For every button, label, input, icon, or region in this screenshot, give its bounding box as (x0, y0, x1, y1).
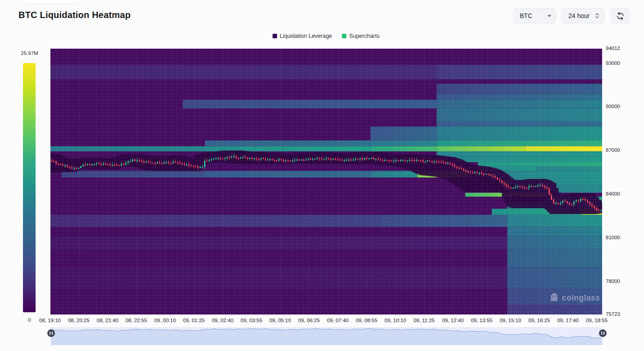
symbol-select-value: BTC (520, 12, 532, 19)
y-axis-label: 81000 (606, 235, 620, 240)
x-axis-label: 09, 07:40 (327, 318, 349, 323)
x-axis-label: 09, 12:40 (442, 318, 464, 323)
x-axis-label: 09, 16:25 (528, 318, 550, 323)
legend-swatch-purple (272, 34, 277, 38)
top-partial-pill (21, 0, 82, 4)
liquidation-heatmap-canvas[interactable] (50, 49, 602, 315)
x-axis-label: 09, 17:40 (557, 318, 579, 323)
pause-icon (52, 332, 53, 335)
x-axis-label: 08, 20:25 (68, 318, 90, 323)
x-axis-label: 09, 05:10 (269, 318, 291, 323)
x-axis-label: 09, 06:25 (298, 318, 320, 323)
x-axis-label: 09, 08:55 (356, 318, 377, 323)
x-axis-label: 09, 10:10 (385, 318, 406, 323)
color-scale (23, 63, 36, 312)
x-axis-label: 09, 00:10 (154, 318, 176, 323)
page-title: BTC Liquidation Heatmap (18, 10, 131, 20)
pause-icon (601, 332, 602, 335)
x-axis-label: 08, 19:10 (39, 318, 61, 323)
legend-swatch-green (342, 34, 346, 38)
navigator-handle-right[interactable] (599, 329, 607, 337)
navigator-area[interactable] (50, 327, 603, 345)
colorbar-max-label: 25.97M (13, 50, 46, 56)
liquidation-heatmap-page: BTC Liquidation Heatmap BTC 24 hour Liqu… (0, 0, 644, 351)
x-axis-label: 09, 11:25 (413, 318, 435, 323)
symbol-select[interactable]: BTC (513, 8, 556, 23)
period-select[interactable]: 24 hour (562, 8, 604, 23)
y-axis-label: 87000 (606, 147, 620, 153)
x-axis-label: 09, 18:55 (586, 318, 608, 323)
x-axis-label: 09, 03:55 (240, 318, 262, 323)
x-axis-label: 09, 01:25 (183, 318, 205, 323)
refresh-button[interactable] (610, 8, 630, 23)
y-axis-label: 78000 (606, 278, 620, 284)
legend-label: Liquidation Leverage (280, 33, 332, 39)
chevron-down-icon (548, 15, 551, 17)
navigator-handle-left[interactable] (47, 329, 55, 337)
y-axis-label: 75723 (606, 311, 620, 317)
x-axis-label: 09, 15:10 (499, 318, 521, 323)
legend-item-supercharts[interactable]: Supercharts (342, 33, 379, 39)
y-axis-label: 84000 (606, 191, 620, 196)
refresh-icon (616, 12, 625, 20)
y-axis-label: 94012 (606, 46, 620, 51)
pause-icon (603, 332, 604, 335)
x-axis-label: 08, 21:40 (97, 318, 118, 323)
legend-label: Supercharts (349, 33, 379, 39)
unfold-more-icon (594, 12, 600, 19)
legend-item-liquidation-leverage[interactable]: Liquidation Leverage (272, 33, 332, 39)
x-axis-label: 09, 02:40 (212, 318, 233, 323)
x-axis-label: 09, 13:55 (471, 318, 493, 323)
y-axis-label: 90000 (606, 104, 620, 109)
chart-legend: Liquidation Leverage Supercharts (272, 33, 379, 39)
x-axis-label: 08, 22:55 (126, 318, 147, 323)
pause-icon (50, 332, 50, 335)
y-axis-label: 93000 (606, 60, 620, 66)
period-select-value: 24 hour (568, 12, 590, 19)
navigator (50, 327, 603, 345)
